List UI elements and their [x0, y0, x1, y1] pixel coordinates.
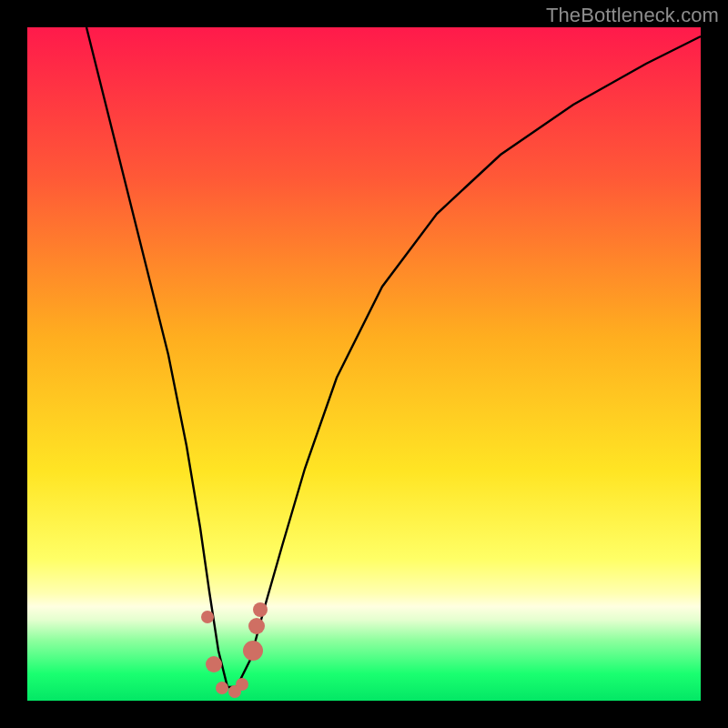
marker-dot — [243, 641, 263, 661]
marker-dot — [216, 682, 228, 694]
marker-dot — [201, 611, 214, 623]
marker-dot — [248, 618, 265, 634]
marker-dot — [253, 602, 268, 617]
curve-layer — [27, 27, 701, 701]
marker-dot — [236, 678, 248, 691]
curve-markers — [201, 602, 268, 698]
watermark-text: TheBottleneck.com — [546, 4, 719, 27]
bottleneck-curve — [86, 27, 701, 687]
chart-frame: TheBottleneck.com — [0, 0, 728, 728]
plot-area — [27, 27, 701, 701]
marker-dot — [206, 656, 222, 672]
